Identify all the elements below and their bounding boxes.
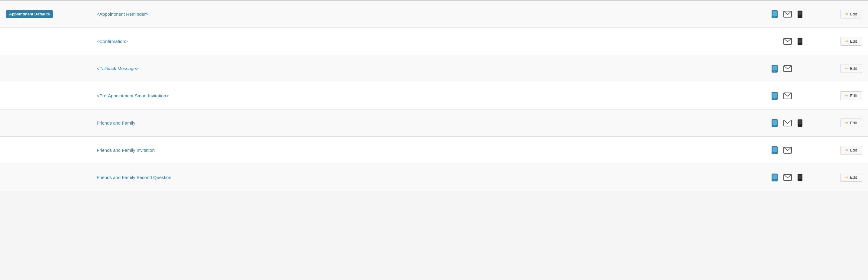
phone-icon	[771, 64, 778, 73]
row-name: <Confirmation>	[91, 39, 771, 44]
table-row: Friends and Family Second Question ✏Edit	[0, 164, 868, 191]
svg-point-25	[800, 125, 801, 126]
email-icon	[783, 65, 792, 72]
phone-icon	[771, 173, 778, 182]
icons-column	[771, 92, 826, 100]
email-icon	[783, 11, 792, 18]
svg-rect-24	[799, 120, 802, 124]
svg-rect-20	[773, 120, 777, 125]
appointments-table: Appointment Defaults<Appointment Reminde…	[0, 0, 868, 191]
icons-column	[771, 146, 826, 155]
category-badge: Appointment Defaults	[6, 10, 53, 18]
row-name: <Fallback Message>	[91, 66, 771, 71]
edit-label: Edit	[850, 66, 857, 71]
edit-label: Edit	[850, 121, 857, 125]
email-icon	[783, 120, 792, 126]
edit-button[interactable]: ✏Edit	[840, 64, 862, 73]
edit-label: Edit	[850, 39, 857, 43]
svg-point-17	[774, 98, 775, 99]
edit-button[interactable]: ✏Edit	[840, 146, 862, 155]
row-name: Friends and Family Invitation	[91, 148, 771, 153]
mobile-dark-icon	[797, 119, 803, 127]
icons-column	[771, 64, 826, 73]
edit-button[interactable]: ✏Edit	[840, 10, 862, 19]
svg-point-13	[774, 71, 775, 72]
pencil-icon: ✏	[845, 39, 849, 43]
pencil-icon: ✏	[845, 12, 849, 16]
pencil-icon: ✏	[845, 93, 849, 98]
phone-icon	[771, 10, 778, 19]
row-name: <Appointment Reminder>	[91, 11, 771, 17]
row-name: Friends and Family Second Question	[91, 175, 771, 180]
svg-point-36	[800, 179, 801, 180]
pencil-icon: ✏	[845, 175, 849, 180]
phone-icon	[771, 146, 778, 155]
svg-point-21	[774, 125, 775, 126]
edit-label: Edit	[850, 93, 857, 98]
svg-rect-27	[773, 147, 777, 152]
pencil-icon: ✏	[845, 66, 849, 71]
mobile-dark-icon	[797, 174, 803, 181]
table-row: <Pre-Appointment Smart Invitation> ✏Edit	[0, 82, 868, 110]
action-column: ✏Edit	[826, 119, 862, 127]
icons-column	[771, 173, 826, 182]
phone-icon	[771, 92, 778, 100]
table-row: Friends and Family ✏Edit	[0, 110, 868, 137]
icons-column	[771, 119, 826, 127]
pencil-icon: ✏	[845, 148, 849, 152]
action-column: ✏Edit	[826, 37, 862, 46]
email-icon	[783, 147, 792, 154]
icons-column	[771, 10, 826, 19]
email-icon	[783, 93, 792, 99]
action-column: ✏Edit	[826, 64, 862, 73]
svg-rect-9	[799, 39, 802, 43]
phone-icon	[771, 119, 778, 127]
action-column: ✏Edit	[826, 173, 862, 182]
table-row: <Confirmation> ✏Edit	[0, 28, 868, 55]
svg-rect-16	[773, 93, 777, 98]
table-row: Appointment Defaults<Appointment Reminde…	[0, 1, 868, 28]
mobile-dark-icon	[797, 10, 803, 18]
svg-rect-5	[799, 11, 802, 15]
action-column: ✏Edit	[826, 146, 862, 155]
edit-label: Edit	[850, 12, 857, 16]
svg-rect-1	[773, 11, 777, 16]
action-column: ✏Edit	[826, 10, 862, 19]
svg-rect-31	[773, 175, 777, 179]
svg-rect-12	[773, 66, 777, 70]
row-name: <Pre-Appointment Smart Invitation>	[91, 93, 771, 98]
edit-button[interactable]: ✏Edit	[840, 91, 862, 100]
email-icon	[783, 174, 792, 181]
edit-button[interactable]: ✏Edit	[840, 37, 862, 46]
edit-label: Edit	[850, 148, 857, 152]
table-row: <Fallback Message> ✏Edit	[0, 55, 868, 82]
email-icon	[783, 38, 792, 45]
svg-point-6	[800, 16, 801, 17]
mobile-dark-icon	[797, 37, 803, 45]
svg-point-2	[774, 16, 775, 18]
svg-point-32	[774, 180, 775, 181]
row-name: Friends and Family	[91, 120, 771, 125]
edit-button[interactable]: ✏Edit	[840, 173, 862, 182]
table-row: Friends and Family Invitation ✏Edit	[0, 137, 868, 164]
edit-label: Edit	[850, 175, 857, 180]
action-column: ✏Edit	[826, 91, 862, 100]
svg-rect-35	[799, 175, 802, 179]
svg-point-28	[774, 152, 775, 154]
svg-point-10	[800, 43, 801, 44]
edit-button[interactable]: ✏Edit	[840, 119, 862, 127]
category-column: Appointment Defaults	[6, 10, 91, 18]
pencil-icon: ✏	[845, 121, 849, 125]
icons-column	[771, 37, 826, 45]
